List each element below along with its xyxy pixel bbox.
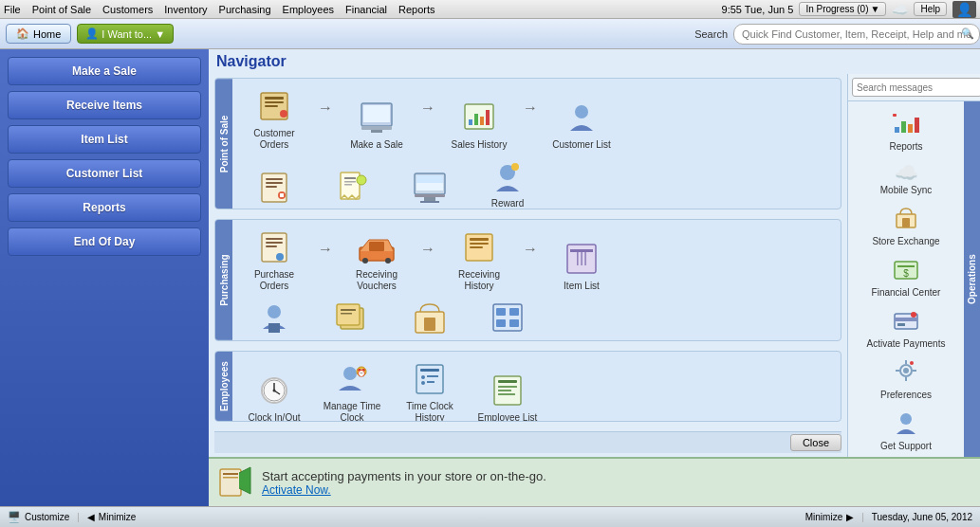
- vendor-list-icon: [407, 298, 453, 337]
- home-icon: 🏠: [16, 27, 29, 40]
- purchasing-section: Purchasing Purchase Orders →: [214, 219, 841, 341]
- menu-file[interactable]: File: [4, 4, 21, 15]
- vendor-list-item[interactable]: Vendor List: [396, 298, 464, 341]
- ops-preferences-label: Preferences: [880, 390, 932, 400]
- ops-store-exchange-item[interactable]: Store Exchange: [854, 202, 958, 249]
- ops-activate-payments-item[interactable]: Activate Payments: [854, 304, 958, 352]
- employees-row1: Clock In/Out ⏰ Manage Time Clock: [240, 359, 833, 422]
- sales-history-item[interactable]: Sales History: [445, 98, 513, 151]
- end-of-day-button[interactable]: End Of Day: [8, 227, 201, 256]
- purchase-orders-item[interactable]: Purchase Orders: [240, 227, 308, 292]
- minimize-right-label[interactable]: Minimize: [805, 512, 842, 522]
- item-list-nav-item[interactable]: ||| Item List: [547, 239, 616, 292]
- menu-financial[interactable]: Financial: [345, 4, 387, 15]
- ops-mobile-sync-label: Mobile Sync: [880, 185, 932, 195]
- menu-inventory[interactable]: Inventory: [164, 4, 207, 15]
- menu-pos[interactable]: Point of Sale: [32, 4, 91, 15]
- customize-label[interactable]: Customize: [25, 512, 69, 522]
- right-panel: 🔍 ⊞ ≡ Reports: [847, 74, 980, 457]
- operations-section: Reports ☁️ Mobile Sync Store Exchange: [848, 101, 964, 457]
- make-sale-item[interactable]: Make a Sale: [342, 98, 411, 151]
- held-vouchers-item[interactable]: Held Vouchers: [318, 298, 386, 341]
- svg-rect-23: [344, 181, 356, 183]
- svg-rect-16: [266, 178, 283, 180]
- svg-rect-8: [371, 130, 382, 133]
- arrow4: →: [318, 241, 333, 258]
- customer-list-button[interactable]: Customer List: [8, 159, 201, 188]
- arrow1: →: [318, 100, 333, 117]
- time-clock-history-item[interactable]: Time Clock History: [396, 359, 464, 422]
- department-list-item[interactable]: Department List: [473, 298, 542, 341]
- employee-list-item[interactable]: Employee List: [473, 371, 542, 422]
- menu-purchasing[interactable]: Purchasing: [219, 4, 271, 15]
- svg-rect-93: [895, 318, 917, 321]
- purchase-orders-icon: [251, 227, 297, 267]
- search-label: Search: [694, 28, 728, 40]
- close-bar: Close: [214, 431, 841, 453]
- ops-mobile-sync-icon: ☁️: [895, 161, 918, 184]
- ops-financial-center-item[interactable]: $ Financial Center: [854, 253, 958, 300]
- svg-rect-94: [897, 323, 905, 326]
- cloud-icon: ☁️: [892, 2, 908, 17]
- manage-time-clock-item[interactable]: ⏰ Manage Time Clock: [318, 359, 386, 422]
- receiving-history-label: Receiving History: [445, 269, 513, 292]
- receiving-vouchers-item[interactable]: Receiving Vouchers: [342, 227, 411, 292]
- held-receipts-item[interactable]: Held Receipts: [318, 168, 386, 209]
- order-list-icon: [251, 168, 297, 208]
- po-list-item[interactable]: PO List: [240, 298, 308, 341]
- customer-list-item[interactable]: Customer List: [547, 98, 616, 151]
- menu-reports[interactable]: Reports: [398, 4, 435, 15]
- ops-activate-payments-icon: [893, 307, 919, 337]
- pos-row1: Customer Orders → Make a Sale →: [240, 86, 833, 151]
- ops-get-support-label: Get Support: [880, 441, 932, 451]
- reports-button[interactable]: Reports: [8, 193, 201, 222]
- svg-point-14: [575, 105, 588, 118]
- promo-link[interactable]: Activate Now.: [262, 483, 331, 497]
- receiving-history-item[interactable]: Receiving History: [445, 227, 513, 292]
- svg-rect-76: [427, 381, 435, 383]
- end-of-day-item[interactable]: End of Day: [396, 168, 464, 209]
- promo-icon: [218, 460, 252, 506]
- clock-inout-item[interactable]: Clock In/Out: [240, 371, 308, 422]
- svg-rect-72: [420, 369, 439, 372]
- item-list-button[interactable]: Item List: [8, 125, 201, 154]
- svg-point-67: [273, 390, 276, 392]
- customer-orders-item[interactable]: Customer Orders: [240, 86, 308, 151]
- menu-customers[interactable]: Customers: [102, 4, 153, 15]
- messages-search-input[interactable]: [852, 78, 980, 97]
- ops-financial-center-icon: $: [893, 256, 919, 286]
- receiving-vouchers-label: Receiving Vouchers: [342, 269, 411, 292]
- search-input[interactable]: [733, 24, 980, 45]
- arrow2: →: [420, 100, 435, 117]
- iwant-button[interactable]: 👤 I Want to... ▼: [77, 24, 174, 44]
- ops-get-support-item[interactable]: Get Support: [854, 407, 958, 454]
- pos-section-label: Point of Sale: [215, 79, 232, 209]
- time-clock-history-icon: [407, 359, 453, 399]
- svg-rect-35: [266, 238, 283, 240]
- help-button[interactable]: Help: [914, 2, 947, 16]
- receive-items-button[interactable]: Receive Items: [8, 91, 201, 119]
- clock-display: 9:55 Tue, Jun 5: [722, 4, 794, 15]
- close-button[interactable]: Close: [790, 434, 841, 451]
- svg-rect-36: [266, 242, 283, 244]
- user-icon: 👤: [952, 1, 976, 18]
- svg-rect-20: [280, 193, 284, 197]
- customer-orders-icon: [251, 86, 297, 126]
- svg-rect-49: [570, 249, 593, 252]
- department-list-icon: [485, 298, 530, 337]
- ops-reports-item[interactable]: Reports: [854, 107, 958, 154]
- reward-manager-item[interactable]: Reward Manager: [473, 156, 542, 209]
- chevron-down-icon: ▼: [871, 4, 880, 14]
- customer-orders-label: Customer Orders: [240, 128, 308, 151]
- employees-section-content: Clock In/Out ⏰ Manage Time Clock: [232, 352, 841, 421]
- customer-list-nav-label: Customer List: [552, 139, 611, 151]
- svg-text:⏰: ⏰: [357, 368, 366, 377]
- in-progress-button[interactable]: In Progress (0) ▼: [799, 2, 886, 16]
- menu-employees[interactable]: Employees: [283, 4, 334, 15]
- ops-preferences-item[interactable]: Preferences: [854, 355, 958, 403]
- minimize-left-label[interactable]: Minimize: [99, 512, 136, 522]
- ops-mobile-sync-item[interactable]: ☁️ Mobile Sync: [854, 158, 958, 198]
- order-list-item[interactable]: Order List: [240, 168, 308, 209]
- home-button[interactable]: 🏠 Home: [6, 24, 71, 44]
- make-sale-button[interactable]: Make a Sale: [8, 57, 201, 85]
